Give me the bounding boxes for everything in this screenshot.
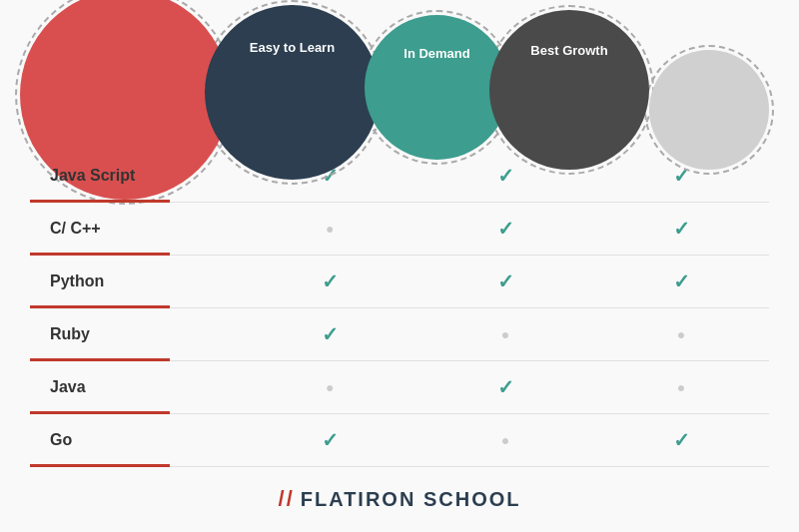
indemand-cell: ● xyxy=(417,414,593,467)
table-area: Java Script✓✓✓C/ C++●✓✓Python✓✓✓Ruby✓●●J… xyxy=(0,150,799,471)
footer-brand: //FLATIRON SCHOOL xyxy=(279,488,521,510)
circle-indemand: In Demand xyxy=(365,15,509,160)
dot-icon: ● xyxy=(677,380,685,395)
easy-cell: ● xyxy=(242,203,417,256)
circle-growth-label: Best Growth xyxy=(520,43,617,60)
check-icon: ✓ xyxy=(673,270,690,292)
lang-cell-java: Java xyxy=(30,361,242,414)
table-row: Java Script✓✓✓ xyxy=(30,150,769,203)
lang-cell-python: Python xyxy=(30,256,242,308)
circle-indemand-label: In Demand xyxy=(394,46,479,63)
table-row: Java●✓● xyxy=(30,361,769,414)
dot-icon: ● xyxy=(501,327,509,342)
growth-cell: ● xyxy=(593,361,769,414)
lang-cell-javascript: Java Script xyxy=(30,150,242,203)
main-container: Easy to Learn In Demand Best Growth Java… xyxy=(0,0,799,532)
table-row: Ruby✓●● xyxy=(30,308,769,361)
lang-cell-go: Go xyxy=(30,414,242,467)
check-icon: ✓ xyxy=(497,270,514,292)
growth-cell: ● xyxy=(593,308,769,361)
footer-slashes: // xyxy=(279,486,295,511)
table-row: Go✓●✓ xyxy=(30,414,769,467)
easy-cell: ✓ xyxy=(242,414,417,467)
check-icon: ✓ xyxy=(673,218,690,240)
dot-icon: ● xyxy=(501,433,509,448)
growth-cell: ✓ xyxy=(593,414,769,467)
table-row: C/ C++●✓✓ xyxy=(30,203,769,256)
easy-cell: ● xyxy=(242,361,417,414)
lang-cell-cc: C/ C++ xyxy=(30,203,242,256)
indemand-cell: ✓ xyxy=(417,256,593,308)
lang-cell-ruby: Ruby xyxy=(30,308,242,361)
indemand-cell: ● xyxy=(417,308,593,361)
footer-brand-text: FLATIRON SCHOOL xyxy=(301,488,521,510)
circle-easy-label: Easy to Learn xyxy=(240,40,345,57)
indemand-cell: ✓ xyxy=(417,203,593,256)
check-icon: ✓ xyxy=(673,429,690,451)
check-icon: ✓ xyxy=(322,429,339,451)
header-area: Easy to Learn In Demand Best Growth xyxy=(0,0,799,140)
indemand-cell: ✓ xyxy=(417,361,593,414)
growth-cell: ✓ xyxy=(593,203,769,256)
dot-icon: ● xyxy=(677,327,685,342)
check-icon: ✓ xyxy=(497,376,514,398)
easy-cell: ✓ xyxy=(242,256,417,308)
circle-extra xyxy=(649,50,769,170)
easy-cell: ✓ xyxy=(242,308,417,361)
comparison-table: Java Script✓✓✓C/ C++●✓✓Python✓✓✓Ruby✓●●J… xyxy=(30,150,769,467)
dot-icon: ● xyxy=(326,222,334,237)
growth-cell: ✓ xyxy=(593,256,769,308)
check-icon: ✓ xyxy=(497,218,514,240)
table-row: Python✓✓✓ xyxy=(30,256,769,308)
check-icon: ✓ xyxy=(322,270,339,292)
check-icon: ✓ xyxy=(322,323,339,345)
dot-icon: ● xyxy=(326,380,334,395)
circle-growth: Best Growth xyxy=(489,10,649,170)
footer: //FLATIRON SCHOOL xyxy=(0,471,799,532)
check-icon: ✓ xyxy=(497,165,514,187)
